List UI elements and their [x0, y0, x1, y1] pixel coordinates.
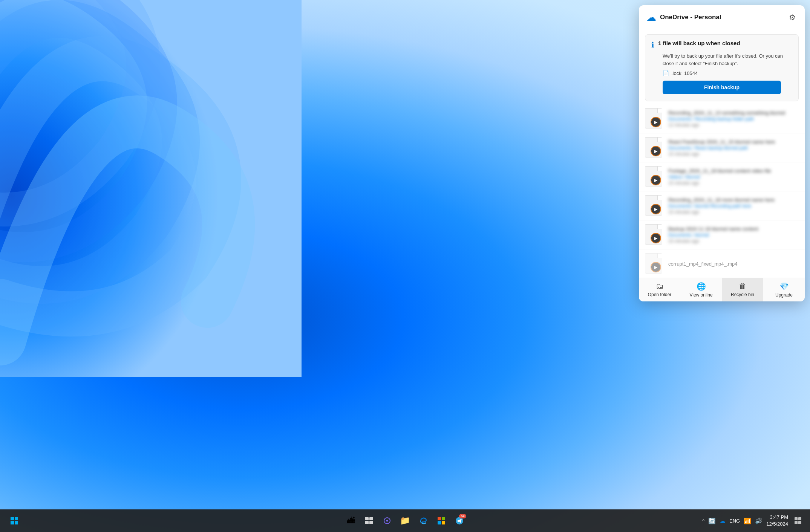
notification-icon	[795, 517, 801, 524]
tray-volume-icon[interactable]: 🔊	[755, 517, 763, 524]
file-thumbnail: ▶	[645, 224, 664, 245]
wallpaper-swirl	[0, 0, 302, 377]
info-card: ℹ 1 file will back up when closed We'll …	[645, 34, 799, 101]
svg-rect-7	[365, 521, 369, 524]
edge-icon	[419, 517, 427, 525]
nav-upgrade[interactable]: 💎 Upgrade	[763, 278, 805, 301]
settings-icon[interactable]: ⚙	[787, 11, 797, 23]
locked-file-row: 📄 .lock_10544	[651, 70, 792, 76]
file-item-name: React FeedSoup 2024_11_15 blurred name h…	[668, 139, 799, 145]
nav-recycle-bin-label: Recycle bin	[731, 292, 754, 297]
svg-rect-17	[795, 521, 798, 524]
nav-open-folder[interactable]: 🗂 Open folder	[639, 278, 680, 301]
info-card-description: We'll try to back up your file after it'…	[651, 52, 792, 67]
telegram-button[interactable]: 59	[451, 512, 468, 529]
svg-rect-16	[798, 517, 801, 520]
tray-wifi-icon[interactable]: 📶	[744, 517, 751, 524]
file-item-info: Recording_2024_11_13 something something…	[668, 110, 799, 128]
info-card-title: 1 file will back up when closed	[658, 40, 740, 46]
info-icon: ℹ	[651, 40, 654, 49]
notification-button[interactable]	[792, 512, 804, 529]
svg-rect-5	[365, 517, 369, 520]
view-online-icon: 🌐	[697, 282, 706, 291]
svg-rect-15	[795, 517, 798, 520]
taskbar-left	[6, 512, 23, 529]
file-item-time: 15 minutes ago	[668, 209, 799, 215]
panel-nav: 🗂 Open folder 🌐 View online 🗑 Recycle bi…	[639, 278, 805, 301]
start-button[interactable]	[6, 512, 23, 529]
file-item-time: 15 minutes ago	[668, 180, 799, 186]
file-item[interactable]: ▶ corrupt1_mp4_fixed_mp4_.mp4	[639, 249, 805, 278]
store-icon	[437, 517, 446, 525]
play-icon: ▶	[651, 117, 661, 127]
file-thumbnail: ▶	[645, 108, 664, 129]
panel-title-group: ☁ OneDrive - Personal	[646, 12, 721, 23]
locked-file-name: .lock_10544	[671, 70, 698, 76]
svg-rect-12	[438, 521, 441, 524]
nav-open-folder-label: Open folder	[648, 292, 672, 297]
onedrive-logo-icon: ☁	[646, 12, 656, 23]
file-item-name: corrupt1_mp4_fixed_mp4_.mp4	[668, 261, 799, 267]
copilot-button[interactable]	[379, 512, 395, 529]
open-folder-icon: 🗂	[656, 282, 663, 290]
file-item-time: 15 minutes ago	[668, 151, 799, 157]
nav-upgrade-label: Upgrade	[775, 292, 793, 298]
file-item-name: Recording_2024_11_18 more blurred name h…	[668, 197, 799, 203]
tray-onedrive-icon[interactable]: ☁	[720, 517, 726, 524]
file-item-name: Recording_2024_11_13 something something…	[668, 110, 799, 116]
finish-backup-button[interactable]: Finish backup	[663, 81, 781, 94]
file-item[interactable]: ▶ Footage_2024_11_18 blurred content vid…	[639, 162, 805, 191]
play-icon: ▶	[651, 146, 661, 156]
svg-rect-4	[15, 521, 18, 524]
edge-button[interactable]	[415, 512, 432, 529]
play-icon: ▶	[651, 204, 661, 214]
svg-rect-10	[438, 517, 441, 520]
play-icon: ▶	[651, 175, 661, 185]
nav-recycle-bin[interactable]: 🗑 Recycle bin	[722, 278, 763, 301]
file-item-info: Footage_2024_11_18 blurred content video…	[668, 168, 799, 186]
panel-header: ☁ OneDrive - Personal ⚙	[639, 5, 805, 28]
file-item-path: Videos / blurred	[668, 174, 799, 180]
taskbar-right: ^ 🔄 ☁ ENG 📶 🔊 3:47 PM 12/5/2024	[702, 512, 804, 529]
info-card-header: ℹ 1 file will back up when closed	[651, 40, 792, 49]
task-view-button[interactable]	[361, 512, 377, 529]
play-icon: ▶	[651, 262, 661, 272]
tray-language: ENG	[729, 518, 740, 524]
file-item-time: 12 minutes ago	[668, 122, 799, 128]
svg-rect-1	[11, 517, 14, 520]
clock-time: 3:47 PM	[766, 514, 788, 521]
file-thumbnail: ▶	[645, 195, 664, 216]
file-item[interactable]: ▶ Recording_2024_11_13 something somethi…	[639, 104, 805, 133]
panel-title: OneDrive - Personal	[660, 14, 721, 21]
file-item-info: React FeedSoup 2024_11_15 blurred name h…	[668, 139, 799, 157]
file-thumbnail: ▶	[645, 137, 664, 158]
file-item-info: Recording_2024_11_18 more blurred name h…	[668, 197, 799, 215]
onedrive-panel: ☁ OneDrive - Personal ⚙ ℹ 1 file will ba…	[639, 5, 805, 301]
system-clock[interactable]: 3:47 PM 12/5/2024	[766, 514, 788, 527]
tray-chevron[interactable]: ^	[702, 518, 704, 523]
store-button[interactable]	[433, 512, 450, 529]
file-item-path: Documents / blurred	[668, 232, 799, 238]
play-icon: ▶	[651, 233, 661, 243]
file-explorer-button[interactable]: 📁	[397, 512, 413, 529]
svg-rect-18	[798, 521, 801, 524]
copilot-icon	[383, 517, 391, 525]
telegram-badge: 59	[459, 514, 466, 518]
file-item-path: Documents / Recording backup folder path	[668, 116, 799, 122]
nav-view-online-label: View online	[689, 292, 712, 298]
nav-view-online[interactable]: 🌐 View online	[680, 278, 722, 301]
svg-rect-6	[369, 517, 373, 520]
widgets-button[interactable]: 🏙	[343, 512, 359, 529]
svg-rect-8	[369, 521, 373, 524]
file-item-info: corrupt1_mp4_fixed_mp4_.mp4	[668, 261, 799, 267]
file-item-time: 15 minutes ago	[668, 238, 799, 244]
file-item[interactable]: ▶ Backup 2024 11 18 blurred name content…	[639, 220, 805, 249]
taskbar: 🏙 📁	[0, 509, 810, 532]
file-item[interactable]: ▶ Recording_2024_11_18 more blurred name…	[639, 191, 805, 220]
tray-refresh-icon[interactable]: 🔄	[708, 517, 716, 524]
locked-file-icon: 📄	[663, 70, 669, 76]
file-item-name: Backup 2024 11 18 blurred name content	[668, 226, 799, 232]
file-item[interactable]: ▶ React FeedSoup 2024_11_15 blurred name…	[639, 133, 805, 162]
svg-rect-13	[442, 521, 445, 524]
svg-rect-11	[442, 517, 445, 520]
